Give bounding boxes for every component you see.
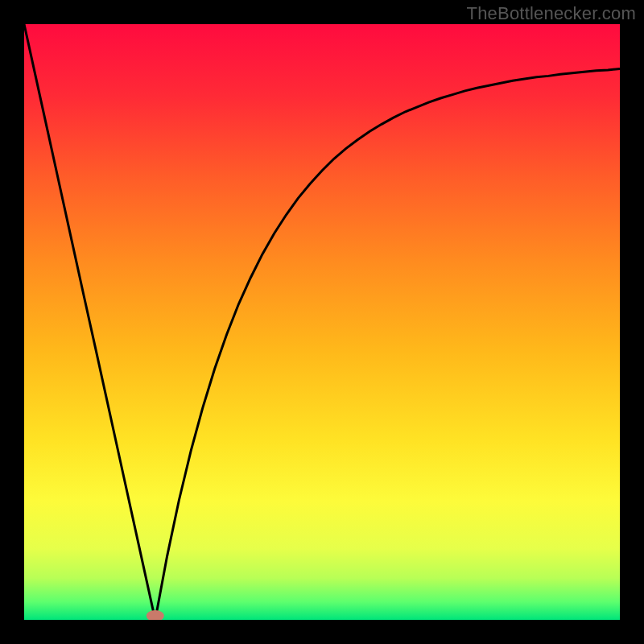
chart-svg bbox=[24, 24, 620, 620]
chart-frame: TheBottlenecker.com bbox=[0, 0, 644, 644]
plot-area bbox=[24, 24, 620, 620]
watermark-text: TheBottlenecker.com bbox=[467, 3, 636, 24]
chart-background bbox=[24, 24, 620, 620]
